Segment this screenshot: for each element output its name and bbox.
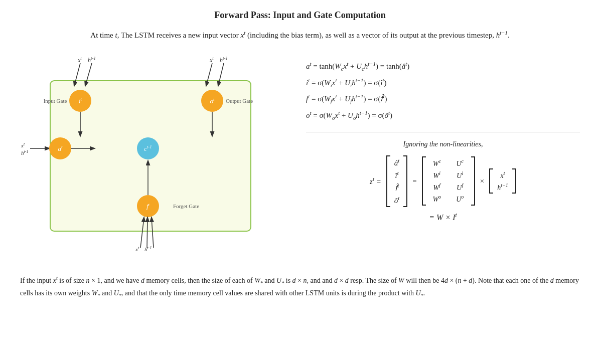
lv-row1: ât — [394, 157, 400, 167]
times-sign: × — [480, 177, 484, 186]
wu-matrix: Wc Uc Wi Ui Wf Uf Wo Uo — [422, 156, 475, 206]
lv-row2: ĩt — [395, 170, 398, 180]
svg-text:ht-1: ht-1 — [88, 56, 96, 64]
diagram-section: xt ht-1 xt ht-1 it Input Gate ot Output … — [20, 53, 291, 264]
z-label: zt = — [370, 176, 381, 186]
wu-row3: Wf Uf — [430, 183, 467, 192]
svg-text:ht-1: ht-1 — [220, 56, 228, 64]
svg-line-28 — [147, 218, 147, 248]
eq4-line: ot = σ(Woxt + Uoht−1) = σ(ôt) — [306, 107, 580, 124]
top-left-label: xt — [77, 56, 82, 64]
xh-row2: ht−1 — [497, 183, 508, 192]
left-vector: ât ĩt f̂t ôt — [386, 155, 408, 207]
svg-text:xt: xt — [209, 56, 214, 64]
eq2-line: it = σ(Wixt + Uiht−1) = σ(ĩt) — [306, 75, 580, 91]
lv-row4: ôt — [394, 195, 400, 205]
equations-top: at = tanh(Wcxt + Ucht−1) = tanh(ât) it =… — [306, 58, 580, 124]
xh-row1: xt — [501, 170, 505, 180]
forget-gate-label: Forget Gate — [173, 203, 199, 209]
matrix-equation: zt = ât ĩt f̂t ôt = Wc — [306, 155, 580, 207]
eq3-line: ft = σ(Wfxt + Ufht−1) = σ(f̂t) — [306, 91, 580, 107]
ignoring-text: Ignoring the non-linearities, — [306, 140, 580, 148]
lv-row3: f̂t — [395, 183, 399, 193]
equals-sign: = — [412, 177, 416, 186]
xh-vector: xt ht−1 — [489, 168, 516, 194]
equations-section: at = tanh(Wcxt + Ucht−1) = tanh(ât) it =… — [306, 53, 580, 264]
intro-text: At time t, The LSTM receives a new input… — [20, 29, 580, 41]
wu-row1: Wc Uc — [430, 158, 467, 168]
eq1-line: at = tanh(Wcxt + Ucht−1) = tanh(ât) — [306, 58, 580, 75]
page-title: Forward Pass: Input and Gate Computation — [20, 10, 580, 21]
wu-row4: Wo Uo — [430, 194, 467, 204]
svg-text:ht-1: ht-1 — [144, 246, 152, 253]
wu-row2: Wi Ui — [430, 170, 467, 180]
bottom-text: If the input xt is of size n × 1, and we… — [20, 274, 580, 300]
svg-text:ht-1: ht-1 — [21, 149, 28, 156]
svg-text:xt: xt — [135, 246, 139, 253]
equation-divider — [306, 132, 580, 132]
input-gate-label: Input Gate — [44, 98, 67, 104]
svg-text:xt: xt — [21, 142, 25, 149]
last-equation: = W × It — [306, 212, 580, 222]
output-gate-label: Output Gate — [226, 98, 253, 104]
main-content: xt ht-1 xt ht-1 it Input Gate ot Output … — [20, 53, 580, 264]
diagram-svg: xt ht-1 xt ht-1 it Input Gate ot Output … — [20, 53, 281, 264]
